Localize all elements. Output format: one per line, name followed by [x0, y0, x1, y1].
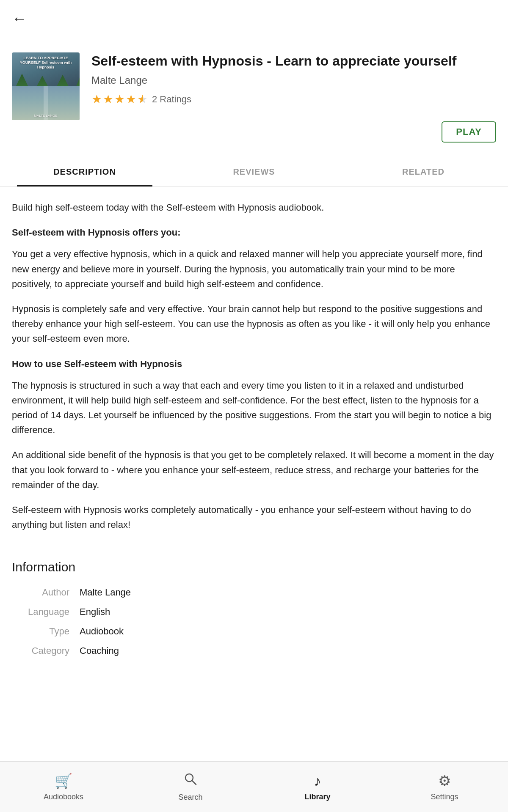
bottom-nav: 🛒 Audiobooks Search ♪ Library ⚙ Settings: [0, 761, 508, 812]
description-para1: You get a very effective hypnosis, which…: [12, 247, 496, 291]
gear-icon: ⚙: [438, 772, 451, 789]
tabs-bar: DESCRIPTION REVIEWS RELATED: [0, 158, 508, 187]
book-cover: LEARN TO APPRECIATE YOURSELF Self-esteem…: [12, 52, 80, 120]
nav-label-library: Library: [304, 793, 330, 801]
play-button[interactable]: PLAY: [442, 121, 496, 143]
tab-description[interactable]: DESCRIPTION: [0, 158, 169, 186]
back-button[interactable]: ←: [12, 11, 27, 26]
info-label-type: Type: [12, 626, 80, 637]
tab-reviews[interactable]: REVIEWS: [169, 158, 339, 186]
book-author: Malte Lange: [91, 74, 496, 86]
description-heading2: How to use Self-esteem with Hypnosis: [12, 357, 496, 371]
info-label-author: Author: [12, 587, 80, 598]
nav-item-settings[interactable]: ⚙ Settings: [381, 772, 508, 801]
info-label-category: Category: [12, 645, 80, 656]
search-icon: [183, 772, 198, 790]
description-para5: Self-esteem with Hypnosis works complete…: [12, 502, 496, 532]
info-label-language: Language: [12, 606, 80, 617]
star-5-half: ★ ★: [137, 92, 148, 106]
top-bar: ←: [0, 0, 508, 37]
info-row-type: Type Audiobook: [12, 622, 496, 641]
info-value-type: Audiobook: [80, 626, 124, 637]
book-rating: ★ ★ ★ ★ ★ ★ 2 Ratings: [91, 92, 496, 106]
info-row-category: Category Coaching: [12, 641, 496, 661]
svg-line-1: [192, 781, 196, 785]
description-para4: An additional side benefit of the hypnos…: [12, 447, 496, 492]
cover-text: LEARN TO APPRECIATE YOURSELF Self-esteem…: [14, 56, 77, 69]
cover-author: MALTE LANGE: [12, 114, 80, 118]
star-4: ★: [126, 92, 136, 106]
star-3: ★: [114, 92, 125, 106]
info-row-author: Author Malte Lange: [12, 583, 496, 602]
description-para2: Hypnosis is completely safe and very eff…: [12, 302, 496, 346]
book-info: Self-esteem with Hypnosis - Learn to app…: [91, 52, 496, 143]
nav-item-audiobooks[interactable]: 🛒 Audiobooks: [0, 772, 127, 801]
star-2: ★: [103, 92, 113, 106]
information-table: Author Malte Lange Language English Type…: [12, 583, 496, 661]
information-title: Information: [12, 560, 496, 574]
description-intro: Build high self-esteem today with the Se…: [12, 200, 496, 215]
star-1: ★: [91, 92, 102, 106]
nav-label-settings: Settings: [431, 793, 458, 801]
music-icon: ♪: [314, 773, 321, 789]
stars: ★ ★ ★ ★ ★ ★: [91, 92, 148, 106]
nav-item-library[interactable]: ♪ Library: [254, 773, 381, 801]
info-value-author: Malte Lange: [80, 587, 131, 598]
nav-label-search: Search: [178, 793, 202, 802]
description-para3: The hypnosis is structured in such a way…: [12, 378, 496, 438]
information-section: Information Author Malte Lange Language …: [0, 556, 508, 678]
book-title: Self-esteem with Hypnosis - Learn to app…: [91, 52, 496, 69]
rating-count: 2 Ratings: [152, 94, 191, 105]
description-content: Build high self-esteem today with the Se…: [0, 187, 508, 556]
info-value-language: English: [80, 606, 110, 617]
nav-item-search[interactable]: Search: [127, 772, 254, 802]
book-header: LEARN TO APPRECIATE YOURSELF Self-esteem…: [0, 37, 508, 154]
info-value-category: Coaching: [80, 645, 119, 656]
info-row-language: Language English: [12, 602, 496, 622]
tab-related[interactable]: RELATED: [339, 158, 508, 186]
description-heading1: Self-esteem with Hypnosis offers you:: [12, 225, 496, 240]
cart-icon: 🛒: [55, 772, 72, 789]
nav-label-audiobooks: Audiobooks: [44, 793, 83, 801]
